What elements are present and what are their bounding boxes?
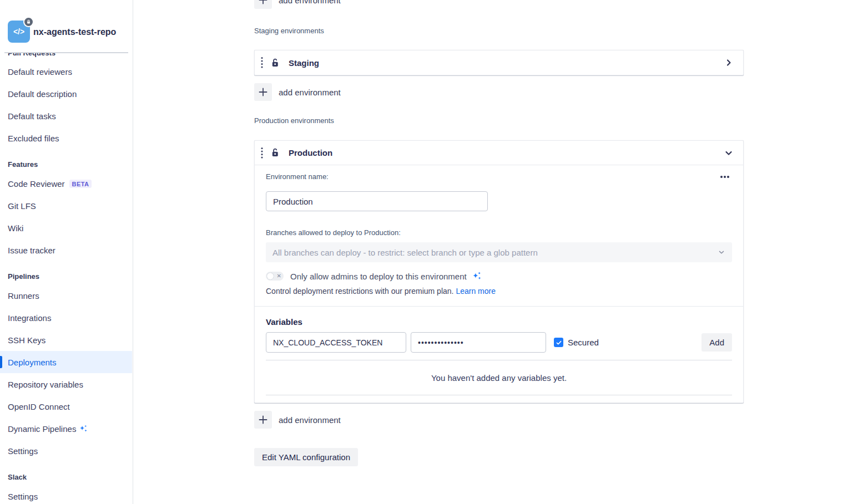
secured-checkbox[interactable] — [554, 338, 563, 347]
admins-only-toggle-label: Only allow admins to deploy to this envi… — [290, 272, 467, 281]
divider — [266, 395, 732, 395]
sidebar-item-repository-variables[interactable]: Repository variables — [0, 373, 132, 395]
deployments-settings-content: add environment Staging environments Sta… — [254, 0, 744, 466]
sidebar-item-pipelines-settings[interactable]: Settings — [0, 440, 132, 462]
sidebar-section-pipelines: Pipelines — [0, 268, 132, 284]
edit-yaml-configuration-button[interactable]: Edit YAML configuration — [254, 448, 358, 466]
plus-icon[interactable] — [254, 0, 272, 9]
staging-environments-label: Staging environments — [254, 27, 744, 35]
variable-name-input[interactable] — [266, 332, 406, 353]
secured-checkbox-label: Secured — [568, 338, 599, 347]
sidebar-item-code-reviewer[interactable]: Code Reviewer BETA — [0, 172, 132, 195]
toggle-off-x-icon: ✕ — [277, 272, 281, 280]
sidebar-item-slack-settings[interactable]: Settings — [0, 485, 132, 504]
repo-avatar[interactable]: </> — [8, 21, 30, 43]
environment-name: Staging — [289, 58, 319, 68]
sparkles-icon — [471, 271, 482, 282]
sidebar-section-features: Features — [0, 156, 132, 172]
chevron-right-icon[interactable] — [724, 58, 733, 67]
code-icon: </> — [13, 27, 24, 36]
sparkles-icon — [78, 424, 88, 434]
variables-section: Variables Secured Add You haven't added … — [255, 306, 743, 403]
premium-plan-note: Control deployment restrictions with our… — [266, 286, 732, 296]
plus-icon[interactable] — [254, 411, 272, 429]
learn-more-link[interactable]: Learn more — [456, 287, 496, 296]
unlocked-environment-icon — [269, 57, 281, 69]
staging-environment-card: Staging — [254, 50, 744, 75]
environment-name-input[interactable] — [266, 191, 488, 211]
toggle-knob — [267, 273, 274, 279]
production-environment-header[interactable]: Production — [255, 141, 743, 165]
sidebar-item-deployments[interactable]: Deployments — [0, 351, 132, 373]
environment-name: Production — [289, 148, 332, 157]
repo-name[interactable]: nx-agents-test-repo — [33, 27, 116, 37]
drag-handle-icon[interactable] — [259, 146, 265, 160]
divider — [266, 360, 732, 360]
sidebar-item-default-description[interactable]: Default description — [0, 83, 132, 105]
private-repo-lock-icon — [23, 17, 34, 27]
more-options-icon[interactable] — [718, 173, 732, 181]
sidebar-nav: Default reviewers Default description De… — [0, 60, 132, 504]
variables-empty-message: You haven't added any variables yet. — [266, 373, 732, 383]
unlocked-environment-icon — [269, 147, 281, 159]
sidebar-item-default-reviewers[interactable]: Default reviewers — [0, 60, 132, 83]
variables-heading: Variables — [266, 307, 732, 327]
sidebar-header: </> nx-agents-test-repo — [0, 0, 133, 53]
production-environments-label: Production environments — [254, 116, 744, 125]
sidebar-section-slack: Slack — [0, 469, 132, 485]
variable-value-input[interactable] — [411, 332, 546, 353]
sidebar-item-git-lfs[interactable]: Git LFS — [0, 195, 132, 217]
sidebar-item-dynamic-pipelines[interactable]: Dynamic Pipelines — [0, 418, 132, 440]
plus-icon[interactable] — [254, 83, 272, 101]
sidebar-item-wiki[interactable]: Wiki — [0, 217, 132, 239]
sidebar-item-excluded-files[interactable]: Excluded files — [0, 127, 132, 149]
production-environment-body: Environment name: Branches allowed to de… — [255, 165, 743, 306]
chevron-down-icon[interactable] — [724, 149, 733, 157]
sidebar-section-pull-requests-clipped: Pull Requests — [8, 53, 133, 60]
sidebar-item-issue-tracker[interactable]: Issue tracker — [0, 239, 132, 261]
branches-allowed-label: Branches allowed to deploy to Production… — [266, 228, 732, 237]
add-environment-button-production[interactable]: add environment — [254, 411, 341, 429]
sidebar-item-ssh-keys[interactable]: SSH Keys — [0, 329, 132, 351]
settings-sidebar: </> nx-agents-test-repo Pull Requests De… — [0, 0, 133, 504]
sidebar-item-integrations[interactable]: Integrations — [0, 307, 132, 329]
environment-name-label: Environment name: — [266, 172, 329, 181]
sidebar-item-runners[interactable]: Runners — [0, 284, 132, 307]
add-environment-button-staging[interactable]: add environment — [254, 83, 341, 101]
add-environment-button-top[interactable]: add environment — [254, 0, 341, 9]
add-variable-button[interactable]: Add — [701, 333, 732, 352]
sidebar-item-openid-connect[interactable]: OpenID Connect — [0, 395, 132, 418]
sidebar-item-default-tasks[interactable]: Default tasks — [0, 105, 132, 127]
chevron-down-icon — [718, 248, 725, 256]
branch-restriction-select[interactable]: All branches can deploy - to restrict: s… — [266, 242, 732, 262]
production-environment-card: Production Environment name: Branches al… — [254, 140, 744, 403]
admins-only-toggle[interactable]: ✕ — [266, 272, 284, 281]
beta-badge: BETA — [69, 180, 92, 188]
drag-handle-icon[interactable] — [259, 55, 265, 70]
staging-environment-header[interactable]: Staging — [255, 50, 743, 75]
